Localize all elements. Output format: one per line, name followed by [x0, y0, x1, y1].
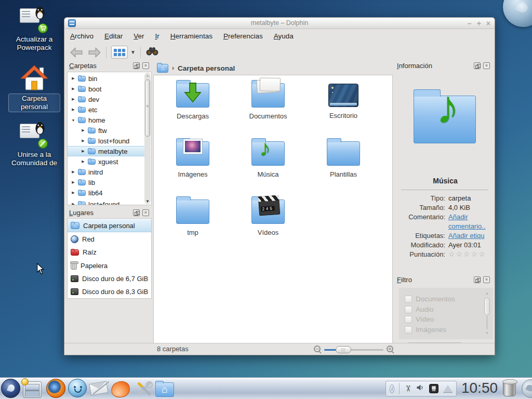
close-panel-button[interactable]: ×	[142, 209, 149, 216]
tray-expand-icon[interactable]	[443, 385, 453, 392]
filter-option-video[interactable]: Vídeo	[405, 315, 434, 323]
expander-icon[interactable]: ▶	[81, 159, 85, 164]
expander-icon[interactable]: ▶	[81, 149, 85, 153]
float-panel-button[interactable]	[133, 209, 140, 216]
close-button[interactable]: ×	[486, 19, 490, 28]
home-folder-launcher[interactable]: ⌂	[155, 379, 175, 398]
file-item-imagenes[interactable]: Imágenes	[162, 138, 224, 182]
checkbox-icon[interactable]	[405, 316, 412, 323]
tree-item-ftw[interactable]: ▶ftw	[68, 125, 144, 136]
clipboard-scissors-icon[interactable]: ✂	[403, 385, 411, 392]
tree-item-metalbyte[interactable]: ▶metalbyte	[68, 146, 145, 156]
close-panel-button[interactable]: ×	[483, 62, 490, 69]
close-panel-button[interactable]: ×	[142, 62, 149, 69]
filter-vertical-scrollbar[interactable]: ▲ ▼	[484, 291, 490, 336]
float-panel-button[interactable]	[133, 62, 140, 69]
expander-icon[interactable]: ▶	[71, 202, 75, 205]
breadcrumb-location[interactable]: Carpeta personal	[178, 64, 235, 72]
checkbox-icon[interactable]	[405, 296, 412, 303]
file-item-escritorio[interactable]: Escritorio	[312, 79, 375, 124]
view-mode-button[interactable]	[111, 46, 128, 59]
breadcrumb-home-icon[interactable]: ⌂	[157, 64, 168, 73]
volume-icon[interactable]	[416, 383, 424, 394]
tree-item-partial[interactable]: ▶lost+found	[68, 199, 144, 205]
forward-button[interactable]	[88, 47, 101, 58]
system-launcher[interactable]	[23, 379, 43, 398]
expander-icon[interactable]: ▶	[71, 76, 75, 81]
folders-scrollbar[interactable]: ▲ ▼	[144, 73, 151, 204]
place-home[interactable]: ⌂Carpeta personal	[68, 219, 151, 232]
place-network[interactable]: Red	[68, 233, 151, 246]
messenger-launcher[interactable]	[68, 379, 88, 398]
expander-icon[interactable]: ▶	[71, 170, 75, 174]
file-item-plantillas[interactable]: Plantillas	[312, 138, 375, 182]
expander-icon[interactable]: ▶	[71, 97, 75, 101]
tools-launcher[interactable]	[134, 379, 154, 398]
tree-item-dev[interactable]: ▶dev	[68, 94, 144, 104]
tree-item-lib64[interactable]: ▶lib64	[68, 188, 144, 198]
orange-app-launcher[interactable]	[111, 379, 131, 398]
place-root[interactable]: Raíz	[68, 246, 151, 259]
tree-item-initrd[interactable]: ▶initrd	[68, 167, 144, 177]
menu-ir[interactable]: Ir	[155, 32, 159, 40]
menu-ayuda[interactable]: Ayuda	[274, 32, 294, 40]
file-item-musica[interactable]: ♪ Música	[237, 138, 299, 182]
clock[interactable]: 10:50	[458, 380, 501, 396]
float-panel-button[interactable]	[474, 276, 481, 283]
menu-herramientas[interactable]: Herramientas	[170, 32, 212, 40]
tree-item-home[interactable]: ▼home	[68, 115, 144, 125]
file-item-videos[interactable]: 245 Vídeos	[237, 196, 299, 241]
desktop-icon-home[interactable]: Carpeta personal	[7, 64, 62, 112]
scroll-down-icon[interactable]: ▼	[484, 331, 490, 336]
find-button[interactable]	[145, 47, 159, 58]
scrollbar-thumb[interactable]	[145, 79, 150, 137]
desktop-icon-powerpack[interactable]: Actualizar a Powerpack	[7, 6, 62, 52]
desktop-icon-community[interactable]: Unirse a la Comunidad de	[7, 122, 62, 167]
add-tags-link[interactable]: Añadir etiqu	[448, 231, 493, 241]
maximize-button[interactable]: +	[477, 19, 481, 28]
file-item-documentos[interactable]: Documentos	[237, 79, 299, 124]
scroll-up-icon[interactable]: ▲	[484, 291, 490, 296]
checkbox-icon[interactable]	[405, 326, 412, 334]
firefox-launcher[interactable]	[46, 379, 66, 398]
back-button[interactable]	[70, 47, 83, 58]
expander-icon[interactable]: ▶	[81, 128, 85, 132]
titlebar[interactable]: metalbyte – Dolphin – + ×	[64, 18, 495, 29]
menu-archivo[interactable]: Archivo	[70, 32, 94, 40]
tree-item-lib[interactable]: ▶lib	[68, 177, 144, 188]
expander-icon[interactable]: ▶	[71, 191, 75, 195]
scroll-down-icon[interactable]: ▼	[144, 199, 151, 204]
add-comment-link[interactable]: Añadir comentario..	[448, 212, 493, 231]
tree-item-etc[interactable]: ▶etc	[68, 104, 144, 115]
rating-stars[interactable]: ☆☆☆☆☆	[448, 250, 493, 259]
scroll-up-icon[interactable]: ▲	[144, 73, 151, 78]
plasma-toolbox-icon[interactable]	[503, 0, 532, 27]
filter-option-imagenes[interactable]: Imágenes	[405, 326, 446, 334]
menu-preferencias[interactable]: Preferencias	[223, 32, 263, 40]
zoom-in-icon[interactable]: +	[387, 345, 393, 352]
expander-icon[interactable]: ▶	[71, 87, 75, 91]
minimize-button[interactable]: –	[468, 19, 472, 28]
tree-item-lost-found[interactable]: ▶lost+found	[68, 136, 144, 146]
panel-toolbox-icon[interactable]	[522, 379, 532, 398]
close-panel-button[interactable]: ×	[483, 276, 490, 283]
filter-option-audio[interactable]: Audio	[405, 305, 434, 313]
zoom-slider-handle[interactable]: |||	[336, 346, 351, 353]
place-disk-1[interactable]: Disco duro de 6,7 GiB	[68, 272, 151, 285]
place-disk-2[interactable]: Disco duro de 8,3 GiB	[68, 285, 151, 298]
expander-icon[interactable]: ▶	[71, 108, 75, 112]
scrollbar-thumb[interactable]	[484, 298, 490, 315]
expander-icon[interactable]: ▼	[71, 118, 75, 122]
menu-ver[interactable]: Ver	[134, 32, 144, 40]
menu-editar[interactable]: Editar	[104, 32, 123, 40]
view-mode-dropdown-icon[interactable]: ▼	[130, 49, 136, 55]
file-item-descargas[interactable]: Descargas	[162, 79, 224, 124]
file-view[interactable]: Descargas Documentos Escritorio Imágenes…	[153, 75, 393, 343]
tree-item-xguest[interactable]: ▶xguest	[68, 156, 144, 167]
place-trash[interactable]: Papelera	[68, 259, 151, 272]
network-tray-icon[interactable]	[429, 384, 438, 393]
info-tray-icon[interactable]: i	[390, 384, 394, 393]
file-item-tmp[interactable]: tmp	[162, 196, 224, 241]
checkbox-icon[interactable]	[405, 306, 412, 313]
expander-icon[interactable]: ▶	[71, 180, 75, 184]
